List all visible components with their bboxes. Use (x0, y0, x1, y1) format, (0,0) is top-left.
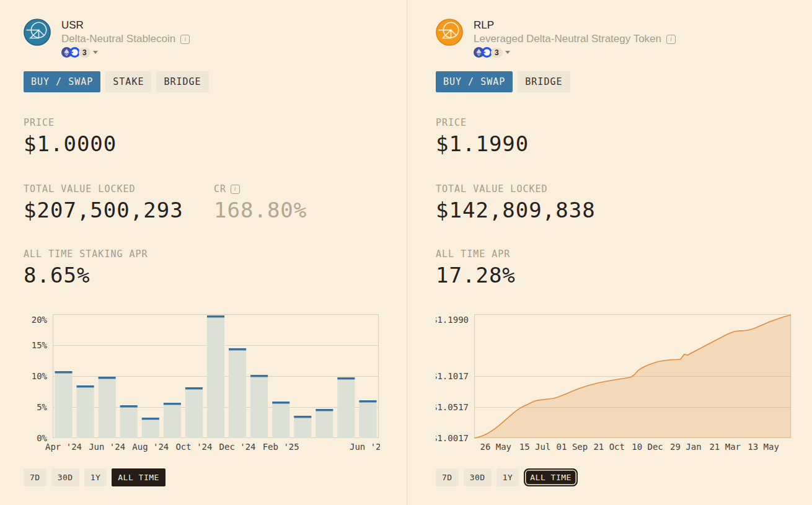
svg-text:Apr '24: Apr '24 (45, 442, 82, 452)
apr-bar (229, 351, 246, 439)
apr-bar (185, 390, 203, 439)
rlp-header: RLP Leveraged Delta-Neutral Strategy Tok… (436, 19, 812, 58)
rlp-apr-stat: ALL TIME APR 17.28% (436, 248, 812, 288)
usr-header: USR Delta-Neutral Stablecoin i 3 (24, 19, 407, 58)
info-icon[interactable]: i (180, 35, 190, 44)
range-7d[interactable]: 7D (436, 468, 459, 486)
svg-text:$1.0517: $1.0517 (436, 402, 469, 412)
svg-text:10 Dec: 10 Dec (632, 442, 663, 452)
buy-swap-button[interactable]: BUY / SWAP (436, 71, 513, 92)
svg-text:Oct '24: Oct '24 (175, 442, 212, 452)
svg-text:26 May: 26 May (480, 442, 511, 452)
apr-bar (337, 380, 355, 439)
range-7d[interactable]: 7D (24, 468, 46, 486)
svg-text:$1.0017: $1.0017 (436, 433, 469, 443)
bridge-button[interactable]: BRIDGE (518, 71, 570, 92)
usr-staking-apr-chart: 0%5%10%15%20%Apr '24Jun '24Aug '24Oct '2… (24, 314, 380, 457)
tvl-value: $207,500,293 (24, 197, 214, 223)
rlp-tvl-stat: TOTAL VALUE LOCKED $142,809,838 (436, 183, 626, 223)
apr-value: 8.65% (24, 262, 407, 288)
range-1y[interactable]: 1Y (84, 468, 107, 486)
rlp-range-selector: 7D30D1YALL TIME (436, 468, 812, 486)
svg-text:$1.1017: $1.1017 (436, 371, 469, 381)
buy-swap-button[interactable]: BUY / SWAP (24, 71, 100, 92)
chevron-down-icon (93, 51, 98, 54)
apr-bar (55, 374, 73, 439)
rlp-price-chart: $1.1990$1.1017$1.0517$1.001726 May15 Jul… (436, 314, 792, 457)
svg-text:Dec '24: Dec '24 (219, 442, 256, 452)
stake-button[interactable]: STAKE (105, 71, 151, 92)
chevron-down-icon (505, 51, 510, 54)
cr-value: 168.80% (214, 197, 307, 223)
area-chart-svg: $1.1990$1.1017$1.0517$1.001726 May15 Jul… (436, 314, 792, 457)
chain-selector[interactable]: 3 (61, 47, 190, 58)
rlp-price-stat: PRICE $1.1990 (436, 117, 812, 157)
range-1y[interactable]: 1Y (496, 468, 519, 486)
usr-price-stat: PRICE $1.0000 (24, 117, 407, 157)
tvl-label: TOTAL VALUE LOCKED (436, 183, 626, 195)
usr-tvl-row: TOTAL VALUE LOCKED $207,500,293 CR i 168… (24, 183, 407, 223)
svg-text:10%: 10% (32, 371, 48, 381)
svg-text:Aug '24: Aug '24 (132, 442, 169, 452)
svg-text:Feb '25: Feb '25 (263, 442, 299, 452)
bar-chart-svg: 0%5%10%15%20%Apr '24Jun '24Aug '24Oct '2… (24, 314, 380, 457)
price-label: PRICE (24, 117, 407, 128)
svg-text:15 Jul: 15 Jul (519, 442, 551, 452)
usr-actions: BUY / SWAPSTAKEBRIDGE (24, 71, 407, 92)
rlp-actions: BUY / SWAPBRIDGE (436, 71, 812, 92)
range-all-time[interactable]: ALL TIME (524, 468, 578, 486)
range-30d[interactable]: 30D (464, 468, 492, 486)
apr-value: 17.28% (436, 262, 812, 288)
apr-bar (164, 405, 181, 439)
usr-cr-stat: CR i 168.80% (214, 183, 307, 223)
svg-text:15%: 15% (32, 340, 48, 350)
price-value: $1.1990 (436, 131, 812, 157)
bridge-button[interactable]: BRIDGE (156, 71, 208, 92)
apr-bar (142, 420, 159, 439)
svg-text:20%: 20% (32, 315, 48, 325)
range-30d[interactable]: 30D (51, 468, 79, 486)
apr-bar (294, 418, 311, 439)
usr-tvl-stat: TOTAL VALUE LOCKED $207,500,293 (24, 183, 214, 223)
rlp-token-logo (436, 19, 463, 46)
apr-bar (99, 379, 116, 439)
token-name: RLP (474, 19, 676, 32)
info-icon[interactable]: i (231, 185, 240, 194)
svg-text:5%: 5% (37, 402, 47, 412)
svg-text:21 Mar: 21 Mar (709, 442, 741, 452)
svg-text:29 Jan: 29 Jan (670, 442, 702, 452)
usr-range-selector: 7D30D1YALL TIME (24, 468, 407, 486)
usr-panel: USR Delta-Neutral Stablecoin i 3 (0, 0, 407, 505)
chain-count-badge: 3 (491, 48, 503, 58)
token-subtitle: Leveraged Delta-Neutral Strategy Token (474, 32, 661, 46)
apr-bar (207, 318, 224, 439)
svg-text:21 Oct: 21 Oct (593, 442, 625, 452)
apr-label: ALL TIME APR (436, 248, 812, 260)
rlp-panel: RLP Leveraged Delta-Neutral Strategy Tok… (407, 0, 812, 505)
svg-text:13 May: 13 May (748, 442, 779, 452)
apr-bar (120, 408, 138, 439)
svg-text:01 Sep: 01 Sep (557, 442, 588, 452)
apr-bar (77, 388, 94, 439)
token-name: USR (61, 19, 190, 32)
cr-label: CR (214, 183, 226, 195)
apr-bar (316, 411, 333, 439)
range-all-time[interactable]: ALL TIME (112, 468, 165, 486)
info-icon[interactable]: i (666, 35, 676, 44)
chain-count-badge: 3 (79, 48, 90, 58)
svg-text:Jun '24: Jun '24 (89, 442, 125, 452)
usr-token-logo (24, 19, 51, 46)
chain-selector[interactable]: 3 (474, 47, 676, 58)
token-subtitle: Delta-Neutral Stablecoin (61, 32, 175, 46)
apr-bar (272, 404, 289, 439)
apr-bar (359, 403, 376, 439)
svg-text:Jun '25: Jun '25 (350, 442, 380, 452)
tvl-value: $142,809,838 (436, 197, 626, 223)
rlp-tvl-row: TOTAL VALUE LOCKED $142,809,838 (436, 183, 812, 223)
tvl-label: TOTAL VALUE LOCKED (24, 183, 214, 195)
apr-bar (250, 377, 268, 439)
price-value: $1.0000 (24, 131, 407, 157)
svg-text:$1.1990: $1.1990 (436, 315, 469, 325)
price-label: PRICE (436, 117, 812, 128)
usr-apr-stat: ALL TIME STAKING APR 8.65% (24, 248, 407, 288)
